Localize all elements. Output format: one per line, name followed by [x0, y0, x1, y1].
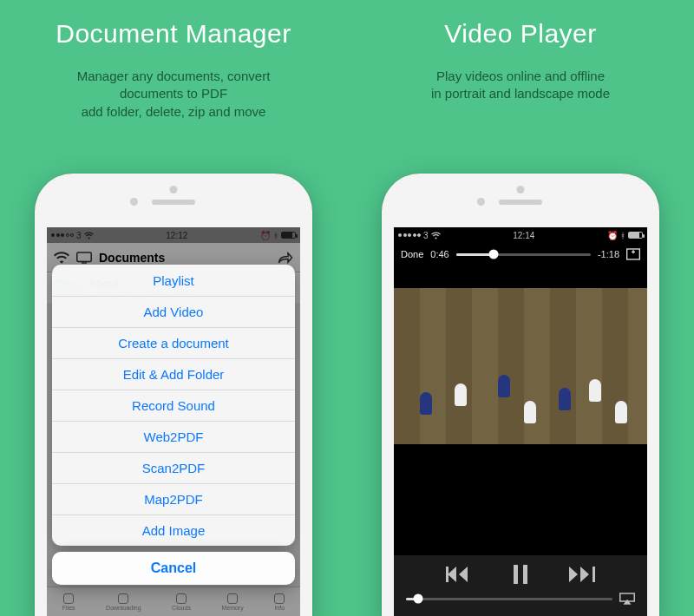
bluetooth-icon: ᚼ — [273, 231, 278, 240]
video-court — [394, 288, 647, 444]
status-bar: 3 12:14 ⏰ ᚼ — [394, 227, 647, 243]
phone-camera — [130, 198, 138, 206]
sheet-item-scan2pdf[interactable]: Scan2PDF — [52, 452, 295, 483]
prev-track-icon[interactable] — [446, 567, 472, 582]
svg-rect-6 — [593, 567, 595, 582]
sheet-item-create-document[interactable]: Create a document — [52, 327, 295, 358]
player-figure — [589, 379, 601, 402]
right-screen: 3 12:14 ⏰ ᚼ Done 0:46 -1:18 — [394, 227, 647, 616]
scrubber-slider[interactable] — [456, 253, 591, 256]
status-bar: 3 12:12 ⏰ ᚼ — [47, 227, 300, 243]
left-hero-subtitle: Manager any documents, convert documents… — [0, 68, 347, 121]
fullscreen-icon[interactable] — [626, 248, 640, 260]
action-sheet: Playlist Add Video Create a document Edi… — [52, 265, 295, 585]
svg-rect-4 — [514, 565, 518, 584]
tab-downloading[interactable]: Downloading — [106, 593, 141, 611]
done-button[interactable]: Done — [401, 249, 423, 259]
right-hero-title: Video Player — [347, 19, 694, 49]
sheet-item-edit-add-folder[interactable]: Edit & Add Folder — [52, 358, 295, 390]
video-frame[interactable]: TISSOTTISSOTTISSOTTISSOTTISSOT — [394, 288, 647, 444]
tab-files[interactable]: Files — [62, 593, 75, 611]
volume-slider[interactable] — [406, 598, 612, 600]
navbar-title: Documents — [99, 251, 165, 265]
carrier-label: 3 — [423, 231, 429, 240]
sheet-item-record-sound[interactable]: Record Sound — [52, 390, 295, 421]
alarm-icon: ⏰ — [607, 231, 618, 240]
share-icon[interactable] — [278, 251, 293, 265]
display-icon[interactable] — [76, 252, 92, 264]
alarm-icon: ⏰ — [260, 231, 271, 240]
wifi-icon — [84, 232, 94, 239]
left-phone-frame: 3 12:12 ⏰ ᚼ Documents — [35, 174, 312, 616]
pause-icon[interactable] — [512, 565, 529, 584]
sheet-cancel-button[interactable]: Cancel — [52, 552, 295, 585]
phone-speaker — [152, 200, 195, 205]
tab-memory[interactable]: Memory — [221, 593, 243, 611]
right-phone-frame: 3 12:14 ⏰ ᚼ Done 0:46 -1:18 — [382, 174, 659, 616]
svg-rect-0 — [77, 252, 92, 262]
sheet-item-map2pdf[interactable]: Map2PDF — [52, 483, 295, 514]
player-figure — [420, 392, 432, 415]
right-hero-subtitle: Play videos online and offline in portra… — [347, 68, 694, 103]
tab-bar: Files Downloading Clouds Memory Info — [47, 587, 300, 616]
svg-rect-5 — [523, 565, 527, 584]
wifi-icon — [431, 232, 441, 239]
player-figure — [524, 401, 536, 423]
player-figure — [615, 401, 627, 423]
left-screen: 3 12:12 ⏰ ᚼ Documents — [47, 227, 300, 616]
signal-dots-icon — [51, 233, 74, 237]
phone-sensor — [517, 186, 525, 193]
battery-icon — [628, 232, 643, 239]
video-top-bar: Done 0:46 -1:18 — [394, 243, 647, 265]
phone-speaker — [499, 200, 542, 205]
player-figure — [559, 388, 571, 410]
left-hero-title: Document Manager — [0, 19, 347, 49]
player-figure — [455, 383, 467, 406]
battery-icon — [281, 232, 296, 239]
svg-rect-1 — [82, 262, 87, 264]
bluetooth-icon: ᚼ — [620, 231, 625, 240]
carrier-label: 3 — [76, 231, 82, 240]
player-figure — [498, 375, 510, 397]
phone-sensor — [170, 186, 178, 193]
phone-camera — [477, 198, 485, 206]
next-track-icon[interactable] — [569, 567, 595, 582]
clock-label: 12:12 — [166, 231, 187, 240]
tab-info[interactable]: Info — [274, 593, 285, 611]
sheet-item-add-video[interactable]: Add Video — [52, 296, 295, 327]
elapsed-time: 0:46 — [430, 249, 448, 259]
sheet-item-add-image[interactable]: Add Image — [52, 514, 295, 546]
clock-label: 12:14 — [513, 231, 534, 240]
wifi-transfer-icon[interactable] — [54, 252, 69, 264]
signal-dots-icon — [398, 233, 421, 237]
sheet-item-playlist[interactable]: Playlist — [52, 265, 295, 296]
sheet-item-web2pdf[interactable]: Web2PDF — [52, 421, 295, 452]
tab-clouds[interactable]: Clouds — [172, 593, 191, 611]
remaining-time: -1:18 — [598, 249, 619, 259]
video-controls — [394, 555, 647, 616]
airplay-icon[interactable] — [619, 593, 635, 605]
